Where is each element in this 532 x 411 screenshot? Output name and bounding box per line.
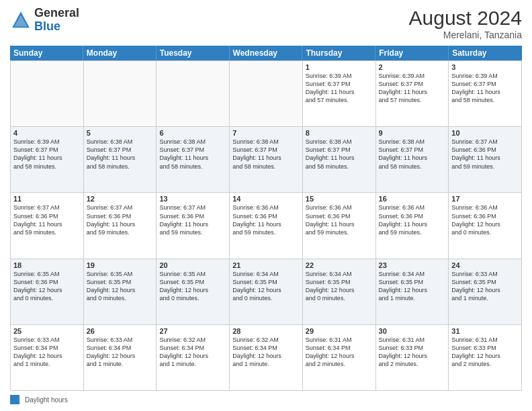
calendar-week-3: 11Sunrise: 6:37 AM Sunset: 6:36 PM Dayli…	[11, 193, 522, 259]
calendar-cell-30: 30Sunrise: 6:31 AM Sunset: 6:33 PM Dayli…	[376, 325, 449, 391]
calendar-cell-29: 29Sunrise: 6:31 AM Sunset: 6:34 PM Dayli…	[303, 325, 376, 391]
day-info: Sunrise: 6:31 AM Sunset: 6:34 PM Dayligh…	[306, 336, 373, 369]
day-number: 4	[13, 129, 81, 137]
day-info: Sunrise: 6:38 AM Sunset: 6:37 PM Dayligh…	[87, 138, 154, 171]
day-number: 7	[232, 129, 300, 137]
header-day-wednesday: Wednesday	[230, 46, 303, 60]
calendar-cell-22: 22Sunrise: 6:34 AM Sunset: 6:35 PM Dayli…	[303, 259, 376, 325]
day-number: 3	[451, 63, 519, 71]
calendar-cell-8: 8Sunrise: 6:38 AM Sunset: 6:37 PM Daylig…	[303, 127, 376, 193]
logo-general: General	[34, 6, 79, 19]
day-number: 18	[13, 261, 81, 269]
day-info: Sunrise: 6:36 AM Sunset: 6:36 PM Dayligh…	[379, 203, 446, 236]
day-number: 20	[159, 261, 226, 269]
header-day-sunday: Sunday	[10, 46, 83, 60]
day-info: Sunrise: 6:38 AM Sunset: 6:37 PM Dayligh…	[306, 138, 373, 171]
calendar-week-1: 1Sunrise: 6:39 AM Sunset: 6:37 PM Daylig…	[11, 61, 522, 127]
day-number: 1	[306, 63, 373, 71]
day-info: Sunrise: 6:33 AM Sunset: 6:34 PM Dayligh…	[87, 336, 154, 369]
calendar-cell-5: 5Sunrise: 6:38 AM Sunset: 6:37 PM Daylig…	[84, 127, 157, 193]
logo-blue: Blue	[34, 19, 60, 33]
day-number: 25	[13, 327, 81, 335]
calendar-cell-28: 28Sunrise: 6:32 AM Sunset: 6:34 PM Dayli…	[230, 325, 303, 391]
calendar-cell-20: 20Sunrise: 6:35 AM Sunset: 6:35 PM Dayli…	[157, 259, 230, 325]
calendar-header: SundayMondayTuesdayWednesdayThursdayFrid…	[10, 46, 522, 60]
day-info: Sunrise: 6:34 AM Sunset: 6:35 PM Dayligh…	[306, 270, 373, 303]
day-info: Sunrise: 6:31 AM Sunset: 6:33 PM Dayligh…	[379, 336, 446, 369]
header-day-thursday: Thursday	[302, 46, 375, 60]
day-info: Sunrise: 6:36 AM Sunset: 6:36 PM Dayligh…	[451, 203, 519, 236]
day-info: Sunrise: 6:37 AM Sunset: 6:36 PM Dayligh…	[13, 203, 81, 236]
calendar-cell-26: 26Sunrise: 6:33 AM Sunset: 6:34 PM Dayli…	[84, 325, 157, 391]
day-info: Sunrise: 6:32 AM Sunset: 6:34 PM Dayligh…	[232, 336, 300, 369]
day-number: 17	[451, 195, 519, 203]
day-info: Sunrise: 6:31 AM Sunset: 6:33 PM Dayligh…	[451, 336, 519, 369]
day-info: Sunrise: 6:34 AM Sunset: 6:35 PM Dayligh…	[232, 270, 300, 303]
day-number: 16	[379, 195, 446, 203]
day-info: Sunrise: 6:32 AM Sunset: 6:34 PM Dayligh…	[159, 336, 226, 369]
calendar-week-2: 4Sunrise: 6:39 AM Sunset: 6:37 PM Daylig…	[11, 127, 522, 193]
calendar-week-5: 25Sunrise: 6:33 AM Sunset: 6:34 PM Dayli…	[11, 325, 522, 391]
day-info: Sunrise: 6:38 AM Sunset: 6:37 PM Dayligh…	[379, 138, 446, 171]
header-day-saturday: Saturday	[449, 46, 522, 60]
day-info: Sunrise: 6:39 AM Sunset: 6:37 PM Dayligh…	[306, 72, 373, 105]
day-number: 10	[451, 129, 519, 137]
calendar-cell-18: 18Sunrise: 6:35 AM Sunset: 6:36 PM Dayli…	[11, 259, 84, 325]
day-info: Sunrise: 6:38 AM Sunset: 6:37 PM Dayligh…	[159, 138, 226, 171]
day-number: 9	[379, 129, 446, 137]
header: General Blue August 2024 Merelani, Tanza…	[10, 7, 522, 40]
calendar-cell-3: 3Sunrise: 6:39 AM Sunset: 6:37 PM Daylig…	[449, 61, 522, 127]
day-info: Sunrise: 6:35 AM Sunset: 6:36 PM Dayligh…	[13, 270, 81, 303]
day-info: Sunrise: 6:36 AM Sunset: 6:36 PM Dayligh…	[306, 203, 373, 236]
calendar-cell-19: 19Sunrise: 6:35 AM Sunset: 6:35 PM Dayli…	[84, 259, 157, 325]
calendar-cell-7: 7Sunrise: 6:38 AM Sunset: 6:37 PM Daylig…	[230, 127, 303, 193]
header-day-tuesday: Tuesday	[157, 46, 230, 60]
calendar-cell-16: 16Sunrise: 6:36 AM Sunset: 6:36 PM Dayli…	[376, 193, 449, 259]
calendar-cell-27: 27Sunrise: 6:32 AM Sunset: 6:34 PM Dayli…	[157, 325, 230, 391]
day-number: 11	[13, 195, 81, 203]
header-day-monday: Monday	[83, 46, 157, 60]
day-info: Sunrise: 6:35 AM Sunset: 6:35 PM Dayligh…	[159, 270, 226, 303]
day-number: 13	[159, 195, 226, 203]
day-info: Sunrise: 6:39 AM Sunset: 6:37 PM Dayligh…	[451, 72, 519, 105]
day-number: 23	[379, 261, 446, 269]
day-number: 22	[306, 261, 373, 269]
calendar-cell-empty-0-3	[230, 61, 303, 127]
page: General Blue August 2024 Merelani, Tanza…	[0, 0, 532, 411]
calendar-cell-empty-0-1	[84, 61, 157, 127]
calendar-cell-4: 4Sunrise: 6:39 AM Sunset: 6:37 PM Daylig…	[11, 127, 84, 193]
day-number: 2	[379, 63, 446, 71]
calendar-cell-11: 11Sunrise: 6:37 AM Sunset: 6:36 PM Dayli…	[11, 193, 84, 259]
calendar-cell-9: 9Sunrise: 6:38 AM Sunset: 6:37 PM Daylig…	[376, 127, 449, 193]
title-block: August 2024 Merelani, Tanzania	[409, 7, 522, 40]
day-info: Sunrise: 6:39 AM Sunset: 6:37 PM Dayligh…	[13, 138, 81, 171]
day-info: Sunrise: 6:39 AM Sunset: 6:37 PM Dayligh…	[379, 72, 446, 105]
calendar-cell-1: 1Sunrise: 6:39 AM Sunset: 6:37 PM Daylig…	[303, 61, 376, 127]
day-info: Sunrise: 6:36 AM Sunset: 6:36 PM Dayligh…	[232, 203, 300, 236]
calendar-cell-24: 24Sunrise: 6:33 AM Sunset: 6:35 PM Dayli…	[449, 259, 522, 325]
footer: Daylight hours	[10, 395, 522, 404]
calendar-cell-6: 6Sunrise: 6:38 AM Sunset: 6:37 PM Daylig…	[157, 127, 230, 193]
month-year: August 2024	[409, 7, 522, 30]
location: Merelani, Tanzania	[409, 30, 522, 40]
day-info: Sunrise: 6:35 AM Sunset: 6:35 PM Dayligh…	[87, 270, 154, 303]
legend-label: Daylight hours	[25, 396, 68, 404]
day-number: 28	[232, 327, 300, 335]
calendar-cell-empty-0-0	[11, 61, 84, 127]
calendar: SundayMondayTuesdayWednesdayThursdayFrid…	[10, 46, 522, 391]
day-number: 29	[306, 327, 373, 335]
calendar-cell-17: 17Sunrise: 6:36 AM Sunset: 6:36 PM Dayli…	[449, 193, 522, 259]
day-number: 30	[379, 327, 446, 335]
day-number: 15	[306, 195, 373, 203]
logo-text: General Blue	[34, 7, 79, 34]
calendar-cell-25: 25Sunrise: 6:33 AM Sunset: 6:34 PM Dayli…	[11, 325, 84, 391]
day-info: Sunrise: 6:37 AM Sunset: 6:36 PM Dayligh…	[451, 138, 519, 171]
day-number: 8	[306, 129, 373, 137]
logo: General Blue	[10, 7, 79, 34]
day-info: Sunrise: 6:37 AM Sunset: 6:36 PM Dayligh…	[159, 203, 226, 236]
calendar-cell-15: 15Sunrise: 6:36 AM Sunset: 6:36 PM Dayli…	[303, 193, 376, 259]
day-number: 21	[232, 261, 300, 269]
day-info: Sunrise: 6:38 AM Sunset: 6:37 PM Dayligh…	[232, 138, 300, 171]
day-number: 12	[87, 195, 154, 203]
calendar-cell-empty-0-2	[157, 61, 230, 127]
